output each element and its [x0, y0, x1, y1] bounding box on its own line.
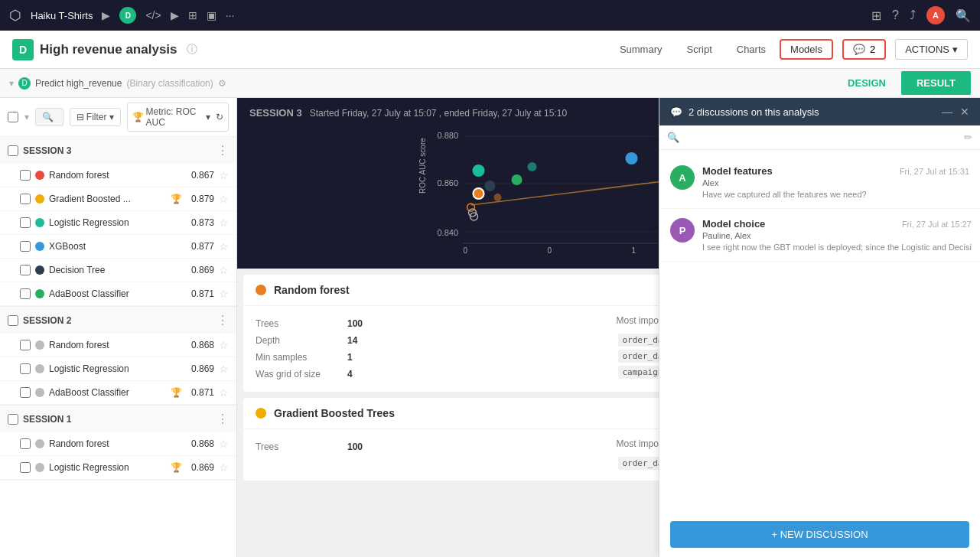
star-icon[interactable]: ☆	[219, 363, 229, 375]
nav-models[interactable]: Models	[780, 39, 833, 60]
star-icon[interactable]: ☆	[219, 339, 229, 351]
model-name: Random forest	[49, 340, 182, 350]
svg-point-19	[494, 194, 502, 201]
model-name: AdaBoost Classifier	[49, 387, 166, 398]
model-color-dot	[35, 388, 44, 397]
session-1-header[interactable]: SESSION 1 ⋮	[0, 406, 236, 432]
monitor-icon[interactable]: ▣	[207, 9, 217, 21]
help-icon[interactable]: ?	[892, 8, 899, 22]
model-color-dot	[35, 194, 44, 204]
model-checkbox[interactable]	[20, 265, 31, 275]
session-1-menu[interactable]: ⋮	[217, 412, 229, 426]
param-label: Trees	[256, 315, 347, 332]
param-label: Depth	[256, 332, 347, 349]
star-icon[interactable]: ☆	[219, 169, 229, 181]
trophy-icon: 🏆	[171, 462, 182, 473]
close-icon[interactable]: ✕	[960, 106, 969, 118]
refresh-icon[interactable]: ↻	[216, 112, 223, 122]
list-item: AdaBoost Classifier 🏆 0.871 ☆	[0, 381, 236, 405]
discussion-preview: I see right now the GBT model is deploye…	[702, 243, 972, 252]
metric-selector[interactable]: 🏆 Metric: ROC AUC ▾ ↻	[127, 103, 229, 132]
discussion-time: Fri, 27 Jul at 15:27	[902, 220, 972, 229]
user-avatar[interactable]: A	[926, 6, 945, 24]
classify-label: (Binary classification)	[126, 78, 213, 89]
session-2-header[interactable]: SESSION 2 ⋮	[0, 307, 236, 334]
compose-icon[interactable]: ✏	[964, 132, 972, 143]
star-icon[interactable]: ☆	[219, 438, 229, 450]
svg-point-18	[474, 188, 484, 199]
select-all-checkbox[interactable]	[8, 111, 18, 123]
session-2-checkbox[interactable]	[8, 315, 18, 326]
model-checkbox[interactable]	[20, 217, 31, 228]
model-checkbox[interactable]	[20, 241, 31, 252]
more-icon[interactable]: ···	[226, 9, 235, 21]
discussion-header: 💬 2 discussions on this analysis — ✕	[659, 98, 980, 125]
list-item: Logistic Regression 0.869 ☆	[0, 357, 236, 381]
avatar: P	[670, 218, 695, 243]
star-icon[interactable]: ☆	[219, 264, 229, 276]
model-checkbox[interactable]	[20, 194, 31, 204]
session-2-menu[interactable]: ⋮	[217, 313, 229, 327]
session-group-2: SESSION 2 ⋮ Random forest 0.868 ☆ Logist…	[0, 307, 236, 406]
minimize-icon[interactable]: —	[942, 106, 952, 118]
tab-design[interactable]: DESIGN	[832, 71, 901, 95]
star-icon[interactable]: ☆	[219, 193, 229, 205]
list-item: Random forest 0.868 ☆	[0, 334, 236, 357]
models-discussion-btn[interactable]: 💬 2	[842, 39, 886, 60]
star-icon[interactable]: ☆	[219, 240, 229, 252]
svg-text:1: 1	[632, 246, 637, 255]
filter-button[interactable]: ⊟ Filter ▾	[70, 108, 121, 126]
play-icon[interactable]: ▶	[171, 9, 179, 21]
sidebar-sessions: SESSION 3 ⋮ Random forest 0.867 ☆ Gradie…	[0, 137, 236, 557]
nav-summary[interactable]: Summary	[609, 39, 673, 60]
discussion-item-header: Model choice Fri, 27 Jul at 15:27	[702, 218, 972, 230]
star-icon[interactable]: ☆	[219, 461, 229, 474]
discussion-items-list: A Model features Fri, 27 Jul at 15:31 Al…	[659, 150, 980, 512]
star-icon[interactable]: ☆	[219, 386, 229, 399]
discussion-item[interactable]: P Model choice Fri, 27 Jul at 15:27 Paul…	[659, 209, 980, 262]
model-color-dot	[35, 242, 44, 251]
model-name: Logistic Regression	[49, 217, 182, 228]
model-checkbox[interactable]	[20, 462, 31, 473]
nav-script[interactable]: Script	[676, 39, 723, 60]
discussion-controls: — ✕	[942, 106, 969, 118]
model-checkbox[interactable]	[20, 438, 31, 449]
discussion-time: Fri, 27 Jul at 15:31	[900, 167, 969, 176]
star-icon[interactable]: ☆	[219, 217, 229, 229]
discussion-search-input[interactable]	[684, 132, 959, 143]
session-1-checkbox[interactable]	[8, 414, 18, 425]
code-icon[interactable]: </>	[145, 9, 161, 21]
discussion-count: 2	[870, 44, 875, 55]
param-value: 100	[347, 438, 601, 455]
session-3-header[interactable]: SESSION 3 ⋮	[0, 137, 236, 164]
svg-text:0.840: 0.840	[438, 228, 459, 237]
actions-button[interactable]: ACTIONS ▾	[895, 39, 968, 60]
list-item: Gradient Boosted ... 🏆 0.879 ☆	[0, 187, 236, 211]
chevron-down-icon[interactable]: ▾	[24, 112, 29, 122]
comment-icon: 💬	[670, 106, 682, 118]
model-checkbox[interactable]	[20, 170, 31, 181]
chevron-down-icon[interactable]: ▾	[9, 78, 14, 89]
star-icon[interactable]: ☆	[219, 288, 229, 300]
new-discussion-button[interactable]: + NEW DISCUSSION	[670, 521, 969, 548]
model-checkbox[interactable]	[20, 387, 31, 398]
model-checkbox[interactable]	[20, 363, 31, 374]
discussion-item[interactable]: A Model features Fri, 27 Jul at 15:31 Al…	[659, 156, 980, 209]
table-icon[interactable]: ⊞	[188, 9, 197, 21]
model-checkbox[interactable]	[20, 340, 31, 350]
trophy-icon: 🏆	[132, 112, 144, 122]
grid-icon[interactable]: ⊞	[871, 8, 881, 23]
session-date: Started Friday, 27 July at 15:07 , ended…	[310, 108, 567, 119]
page-title: High revenue analysis	[40, 42, 177, 57]
trend-icon[interactable]: ⤴	[910, 8, 916, 22]
session-3-checkbox[interactable]	[8, 145, 18, 156]
info-icon[interactable]: ⓘ	[187, 43, 197, 57]
search-icon[interactable]: 🔍	[956, 8, 971, 23]
nav-charts[interactable]: Charts	[726, 39, 777, 60]
settings-icon[interactable]: ⚙	[218, 78, 226, 89]
model-checkbox[interactable]	[20, 288, 31, 299]
session-3-menu[interactable]: ⋮	[217, 143, 229, 158]
tab-result[interactable]: RESULT	[901, 71, 971, 95]
model-score: 0.873	[187, 217, 214, 228]
model-name: Gradient Boosted ...	[49, 194, 166, 204]
